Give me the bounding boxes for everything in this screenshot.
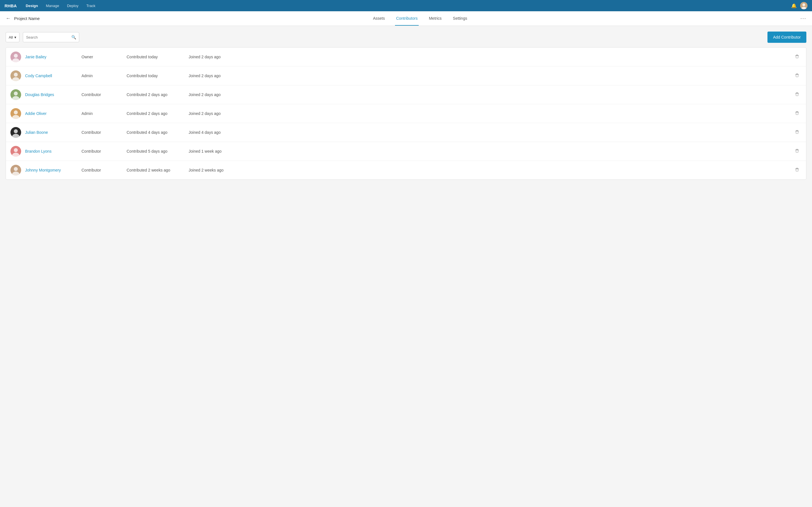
contributor-joined: Joined 2 weeks ago: [189, 168, 793, 172]
svg-point-29: [14, 148, 18, 152]
contributor-name[interactable]: Cody Campbell: [25, 73, 82, 78]
contributor-role: Contributor: [82, 149, 126, 154]
svg-rect-6: [796, 55, 798, 55]
contributor-joined: Joined 2 days ago: [189, 73, 793, 78]
search-box: 🔍: [23, 32, 79, 42]
contributor-role: Contributor: [82, 93, 126, 97]
tab-metrics[interactable]: Metrics: [428, 11, 443, 25]
contributor-row: Julian Boone Contributor Contributed 4 d…: [6, 123, 806, 142]
svg-rect-7: [795, 55, 799, 56]
add-contributor-button[interactable]: Add Contributor: [767, 32, 806, 43]
user-avatar[interactable]: [800, 2, 808, 9]
topnav-design[interactable]: Design: [24, 3, 39, 8]
svg-rect-36: [796, 168, 798, 168]
delete-contributor-button[interactable]: [793, 166, 802, 174]
svg-point-1: [802, 3, 805, 6]
top-nav: RHBA Design Manage Deploy Track 🔔: [0, 0, 812, 11]
contributor-role: Admin: [82, 111, 126, 116]
svg-rect-11: [796, 73, 798, 74]
topnav-deploy[interactable]: Deploy: [66, 3, 80, 8]
svg-rect-32: [795, 150, 799, 150]
contributor-activity: Contributed today: [126, 55, 189, 59]
delete-contributor-button[interactable]: [793, 53, 802, 61]
contributor-role: Contributor: [82, 130, 126, 135]
svg-point-4: [14, 54, 18, 58]
contributor-row: Janie Bailey Owner Contributed today Joi…: [6, 48, 806, 66]
contributor-role: Admin: [82, 73, 126, 78]
svg-point-14: [14, 92, 18, 96]
svg-rect-21: [796, 111, 798, 112]
contributor-activity: Contributed 2 days ago: [126, 93, 189, 97]
filter-dropdown[interactable]: All ▾: [6, 32, 19, 42]
contributor-joined: Joined 2 days ago: [189, 111, 793, 116]
contributor-name[interactable]: Julian Boone: [25, 130, 82, 135]
tab-contributors[interactable]: Contributors: [395, 11, 419, 25]
tab-settings[interactable]: Settings: [452, 11, 468, 25]
brand-logo: RHBA: [4, 3, 17, 8]
search-icon: 🔍: [71, 35, 76, 40]
svg-rect-16: [796, 93, 798, 93]
nav-icons: 🔔: [791, 2, 808, 9]
tab-assets[interactable]: Assets: [372, 11, 386, 25]
contributor-name[interactable]: Brandon Lyons: [25, 149, 82, 154]
contributor-activity: Contributed 2 days ago: [126, 111, 189, 116]
contributor-row: Addie Oliver Admin Contributed 2 days ag…: [6, 104, 806, 123]
contributor-role: Owner: [82, 55, 126, 59]
contributor-avatar: [10, 52, 21, 62]
contributor-avatar: [10, 146, 21, 157]
svg-point-24: [14, 129, 18, 133]
delete-contributor-button[interactable]: [793, 110, 802, 117]
delete-contributor-button[interactable]: [793, 128, 802, 136]
search-input[interactable]: [26, 35, 69, 40]
delete-contributor-button[interactable]: [793, 91, 802, 99]
topnav-track[interactable]: Track: [85, 3, 96, 8]
svg-rect-12: [795, 74, 799, 75]
svg-point-34: [14, 167, 18, 171]
contributor-role: Contributor: [82, 168, 126, 172]
sub-nav: ← Project Name Assets Contributors Metri…: [0, 11, 812, 26]
main-content: All ▾ 🔍 Add Contributor Janie Bailey Own…: [0, 26, 812, 507]
svg-rect-22: [795, 112, 799, 112]
delete-contributor-button[interactable]: [793, 147, 802, 155]
contributor-avatar: [10, 70, 21, 81]
topnav-manage[interactable]: Manage: [45, 3, 60, 8]
sub-nav-tabs: Assets Contributors Metrics Settings: [40, 11, 801, 25]
contributor-activity: Contributed 4 days ago: [126, 130, 189, 135]
contributor-row: Cody Campbell Admin Contributed today Jo…: [6, 66, 806, 86]
contributor-activity: Contributed today: [126, 73, 189, 78]
contributor-joined: Joined 2 days ago: [189, 93, 793, 97]
notification-icon[interactable]: 🔔: [791, 3, 797, 8]
more-options-button[interactable]: ···: [801, 15, 806, 21]
delete-contributor-button[interactable]: [793, 72, 802, 80]
contributor-activity: Contributed 2 weeks ago: [126, 168, 189, 172]
svg-rect-27: [795, 131, 799, 131]
contributor-row: Douglas Bridges Contributor Contributed …: [6, 86, 806, 104]
filter-label: All: [9, 35, 13, 40]
contributor-name[interactable]: Addie Oliver: [25, 111, 82, 116]
svg-rect-17: [795, 93, 799, 94]
contributor-name[interactable]: Janie Bailey: [25, 55, 82, 59]
contributor-avatar: [10, 108, 21, 119]
contributor-joined: Joined 4 days ago: [189, 130, 793, 135]
svg-rect-26: [796, 130, 798, 131]
contributor-row: Brandon Lyons Contributor Contributed 5 …: [6, 142, 806, 161]
contributor-list: Janie Bailey Owner Contributed today Joi…: [6, 47, 806, 180]
contributor-joined: Joined 1 week ago: [189, 149, 793, 154]
contributor-activity: Contributed 5 days ago: [126, 149, 189, 154]
contributor-name[interactable]: Johnny Montgomery: [25, 168, 82, 172]
contributor-avatar: [10, 127, 21, 138]
chevron-down-icon: ▾: [14, 35, 16, 40]
contributor-avatar: [10, 89, 21, 100]
svg-rect-31: [796, 149, 798, 150]
contributor-name[interactable]: Douglas Bridges: [25, 93, 82, 97]
svg-rect-37: [795, 168, 799, 169]
contributor-row: Johnny Montgomery Contributor Contribute…: [6, 161, 806, 179]
svg-point-19: [14, 110, 18, 114]
project-title: Project Name: [14, 16, 40, 21]
contributor-joined: Joined 2 days ago: [189, 55, 793, 59]
contributor-avatar: [10, 165, 21, 175]
svg-point-9: [14, 73, 18, 76]
toolbar: All ▾ 🔍 Add Contributor: [6, 32, 806, 43]
back-button[interactable]: ←: [6, 15, 11, 21]
